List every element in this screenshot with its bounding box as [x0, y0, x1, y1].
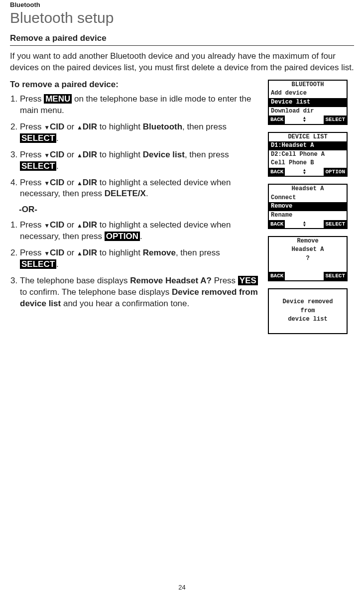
- lcd-row: Remove: [269, 237, 347, 246]
- intro-paragraph: If you want to add another Bluetooth dev…: [10, 51, 354, 74]
- lcd-row: Connect: [269, 194, 347, 203]
- step-1-3: Press CID or DIR to highlight Device lis…: [20, 149, 259, 172]
- yes-key: YES: [238, 276, 258, 285]
- down-triangle-icon: [44, 150, 50, 159]
- lcd-row: ?: [269, 254, 347, 263]
- down-triangle-icon: [44, 248, 50, 257]
- lcd-remove-confirm: Remove Headset A ? BACK SELECT: [268, 236, 348, 281]
- lcd-bluetooth-menu: BLUETOOTH Add device Device list Downloa…: [268, 80, 348, 125]
- or-separator: -OR-: [19, 205, 259, 215]
- lcd-row: device list: [269, 315, 347, 324]
- up-triangle-icon: [77, 150, 83, 159]
- menu-key: MENU: [44, 94, 72, 104]
- lcd-row: Download dir: [269, 107, 347, 116]
- down-triangle-icon: [44, 122, 50, 131]
- softkey-select: SELECT: [324, 272, 347, 280]
- softkey-option: OPTION: [324, 168, 347, 176]
- steps-list-2: Press CID or DIR to highlight a selected…: [10, 220, 259, 310]
- lcd-row: Cell Phone B: [269, 159, 347, 168]
- up-triangle-icon: [77, 122, 83, 131]
- nav-arrows-icon: ▲▼: [302, 168, 307, 176]
- lcd-screens-column: BLUETOOTH Add device Device list Downloa…: [268, 80, 353, 334]
- lcd-row-highlighted: Remove: [269, 202, 347, 211]
- lcd-removed-message: Device removed from device list: [268, 288, 348, 334]
- subheading: To remove a paired device:: [10, 80, 259, 90]
- breadcrumb: Bluetooth: [10, 1, 354, 8]
- steps-list-1: Press MENU on the telephone base in idle…: [10, 94, 259, 200]
- lcd-row: Rename: [269, 211, 347, 220]
- page-number: 24: [0, 584, 364, 591]
- lcd-row-highlighted: Device list: [269, 98, 347, 107]
- step-1-4: Press CID or DIR to highlight a selected…: [20, 177, 259, 200]
- softkey-select: SELECT: [324, 116, 347, 123]
- select-key: SELECT: [20, 133, 56, 143]
- step-2-3: The telephone base displays Remove Heads…: [20, 275, 259, 310]
- down-triangle-icon: [44, 178, 50, 187]
- lcd-row: from: [269, 307, 347, 316]
- lcd-row: D2:Cell Phone A: [269, 150, 347, 159]
- lcd-headset-options: Headset A Connect Remove Rename BACK ▲▼ …: [268, 184, 348, 229]
- lcd-row: Device removed: [269, 298, 347, 307]
- lcd-row: Add device: [269, 89, 347, 98]
- up-triangle-icon: [77, 178, 83, 187]
- nav-arrows-icon: ▲▼: [302, 220, 307, 228]
- lcd-row-highlighted: D1:Headset A: [269, 141, 347, 150]
- step-2-2: Press CID or DIR to highlight Remove, th…: [20, 247, 259, 270]
- page-title: Bluetooth setup: [10, 9, 354, 26]
- up-triangle-icon: [77, 220, 83, 230]
- option-key: OPTION: [105, 232, 140, 241]
- nav-arrows-icon: ▲▼: [302, 116, 307, 123]
- up-triangle-icon: [77, 248, 83, 257]
- down-triangle-icon: [44, 220, 50, 230]
- lcd-device-list: DEVICE LIST D1:Headset A D2:Cell Phone A…: [268, 132, 348, 177]
- select-key: SELECT: [20, 161, 56, 171]
- lcd-title: DEVICE LIST: [269, 133, 347, 142]
- section-heading: Remove a paired device: [10, 33, 354, 46]
- instruction-column: To remove a paired device: Press MENU on…: [10, 80, 259, 334]
- softkey-back: BACK: [269, 272, 285, 280]
- step-1-2: Press CID or DIR to highlight Bluetooth,…: [20, 121, 259, 144]
- step-2-1: Press CID or DIR to highlight a selected…: [20, 220, 259, 242]
- softkey-select: SELECT: [324, 220, 347, 228]
- lcd-row: Headset A: [269, 245, 347, 254]
- softkey-back: BACK: [269, 220, 285, 228]
- softkey-back: BACK: [269, 168, 285, 176]
- step-1-1: Press MENU on the telephone base in idle…: [20, 94, 259, 117]
- lcd-title: BLUETOOTH: [269, 81, 347, 90]
- select-key: SELECT: [20, 259, 56, 269]
- lcd-title: Headset A: [269, 185, 347, 194]
- softkey-back: BACK: [269, 116, 285, 123]
